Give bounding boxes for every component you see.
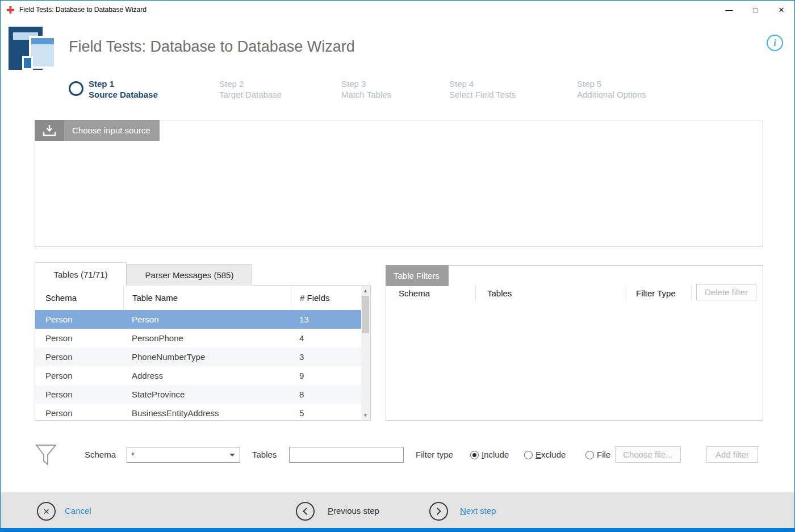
step-name: Additional Options [577, 89, 646, 100]
cell-schema: Person [35, 315, 123, 324]
include-radio[interactable] [470, 451, 479, 459]
footer-bar: ✕ Cancel Previous step Next step [1, 492, 794, 529]
cell-table-name: BusinessEntityAddress [123, 408, 291, 418]
info-icon[interactable]: i [767, 35, 783, 51]
page-title: Field Tests: Database to Database Wizard [69, 38, 355, 56]
cell-schema: Person [35, 389, 123, 399]
cell-fields: 4 [291, 333, 353, 343]
cell-fields: 13 [291, 315, 353, 324]
cell-schema: Person [35, 371, 123, 380]
cancel-button[interactable]: Cancel [65, 506, 91, 516]
add-filter-button[interactable]: Add filter [706, 446, 758, 463]
tab-tables[interactable]: Tables (71/71) [35, 262, 127, 286]
minimize-button[interactable]: — [716, 1, 742, 19]
step-name: Select Field Tests [449, 89, 516, 100]
file-radio[interactable] [585, 451, 594, 459]
cell-schema: Person [35, 352, 123, 362]
table-row-businessentityaddress[interactable]: Person BusinessEntityAddress 5 [35, 404, 362, 421]
step-name: Target Database [219, 89, 282, 100]
input-source-panel-header: Choose input source [35, 120, 160, 141]
step-label: Step 1 [89, 78, 158, 89]
input-source-panel-title: Choose input source [64, 120, 160, 141]
filter-funnel-icon [35, 443, 57, 470]
include-label: Include [482, 450, 509, 459]
app-window: Field Tests: Database to Database Wizard… [0, 0, 795, 532]
schema-filter-value: * [131, 450, 135, 460]
table-row-personphone[interactable]: Person PersonPhone 4 [35, 329, 362, 347]
cell-table-name: StateProvince [123, 389, 291, 399]
cell-fields: 3 [291, 352, 353, 362]
cell-schema: Person [35, 408, 123, 418]
step-5-additional-options[interactable]: Step 5 Additional Options [577, 78, 646, 100]
cancel-icon[interactable]: ✕ [37, 502, 56, 521]
window-title: Field Tests: Database to Database Wizard [19, 6, 147, 14]
close-button[interactable]: ✕ [768, 1, 794, 19]
filter-type-label: Filter type [416, 450, 453, 459]
table-filters-title: Table Filters [386, 265, 449, 286]
title-bar: Field Tests: Database to Database Wizard… [1, 1, 794, 19]
table-filters-panel: Schema Tables Filter Type Delete filter [386, 265, 763, 421]
scrollbar-thumb[interactable] [362, 296, 369, 333]
tables-scrollbar[interactable]: ▲ ▼ [361, 286, 370, 420]
exclude-radio[interactable] [524, 451, 533, 459]
choose-file-button[interactable]: Choose file... [615, 446, 681, 463]
step-label: Step 4 [449, 78, 516, 89]
step-2-target-database[interactable]: Step 2 Target Database [219, 78, 282, 100]
cell-fields: 8 [291, 389, 353, 399]
table-row-phonenumbertype[interactable]: Person PhoneNumberType 3 [35, 347, 362, 366]
tables-filter-input[interactable] [289, 447, 404, 463]
cell-table-name: PersonPhone [123, 333, 291, 343]
app-cross-icon [6, 6, 15, 14]
table-filters-panel-header: Table Filters [386, 265, 449, 286]
tables-filter-label: Tables [252, 450, 277, 459]
filter-column-schema: Schema [386, 285, 475, 301]
maximize-button[interactable]: □ [742, 1, 768, 19]
file-label: File [597, 450, 610, 459]
column-header-table-name[interactable]: Table Name [123, 286, 291, 310]
cell-fields: 9 [291, 371, 353, 380]
cell-fields: 5 [291, 408, 353, 418]
table-row-person[interactable]: Person Person 13 [35, 310, 362, 329]
next-step-icon[interactable] [429, 502, 448, 521]
window-bottom-border [1, 528, 794, 531]
tab-parser-messages[interactable]: Parser Messages (585) [127, 264, 252, 286]
table-row-stateprovince[interactable]: Person StateProvince 8 [35, 385, 362, 404]
column-header-schema[interactable]: Schema [35, 286, 123, 310]
column-header-fields[interactable]: # Fields [291, 286, 353, 310]
tables-list: Schema Table Name # Fields Person Person… [35, 285, 371, 421]
tables-header-row: Schema Table Name # Fields [35, 286, 370, 310]
cell-table-name: Address [123, 371, 291, 380]
table-row-address[interactable]: Person Address 9 [35, 366, 362, 385]
chevron-down-icon [229, 454, 235, 456]
filter-column-tables: Tables [475, 285, 626, 301]
step-label: Step 2 [219, 78, 282, 89]
cell-table-name: PhoneNumberType [123, 352, 291, 362]
cell-table-name: Person [123, 315, 291, 324]
download-icon [35, 120, 64, 141]
scroll-up-icon[interactable]: ▲ [361, 286, 370, 295]
scroll-down-icon[interactable]: ▼ [361, 410, 370, 420]
step-name: Source Database [89, 89, 158, 100]
app-logo [9, 26, 57, 72]
step-1-source-database[interactable]: Step 1 Source Database [89, 78, 158, 100]
schema-filter-label: Schema [85, 450, 116, 459]
step-label: Step 5 [577, 78, 646, 89]
previous-step-icon[interactable] [296, 502, 315, 521]
step-3-match-tables[interactable]: Step 3 Match Tables [341, 78, 391, 100]
previous-step-button[interactable]: Previous step [328, 506, 379, 516]
exclude-label: Exclude [535, 450, 566, 459]
step-name: Match Tables [341, 89, 391, 100]
schema-filter-dropdown[interactable]: * [127, 447, 240, 463]
step-4-select-field-tests[interactable]: Step 4 Select Field Tests [449, 78, 516, 100]
step-label: Step 3 [341, 78, 391, 89]
filter-column-filter-type: Filter Type [626, 285, 691, 301]
cell-schema: Person [35, 333, 123, 343]
next-step-button[interactable]: Next step [460, 506, 496, 516]
active-step-circle-icon [69, 81, 83, 96]
delete-filter-button[interactable]: Delete filter [696, 284, 756, 300]
